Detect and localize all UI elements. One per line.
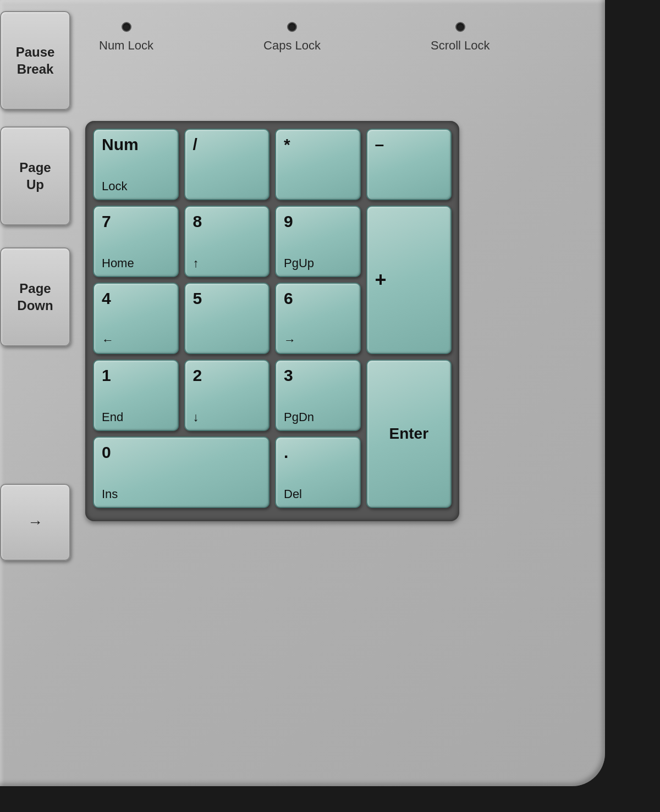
num8-primary: 8 [193, 213, 261, 230]
num-lock-led [122, 22, 131, 32]
minus-key[interactable]: – [366, 129, 452, 200]
num2-primary: 2 [193, 367, 261, 384]
num3-key[interactable]: 3 PgDn [275, 360, 361, 431]
decimal-secondary: Del [284, 488, 352, 500]
arrow-right-symbol: → [28, 512, 43, 532]
caps-lock-indicator: Caps Lock [263, 22, 321, 53]
multiply-key[interactable]: * [275, 129, 361, 200]
num5-primary: 5 [193, 290, 261, 307]
num9-secondary: PgUp [284, 257, 352, 269]
num8-key[interactable]: 8 ↑ [184, 206, 270, 277]
multiply-primary: * [284, 136, 352, 153]
num4-secondary: ← [102, 334, 170, 346]
num9-key[interactable]: 9 PgUp [275, 206, 361, 277]
num6-secondary: → [284, 334, 352, 346]
page-down-key[interactable]: PageDown [0, 247, 70, 346]
scroll-lock-led [455, 22, 465, 32]
numlock-primary: Num [102, 136, 170, 153]
num0-primary: 0 [102, 444, 261, 461]
num1-primary: 1 [102, 367, 170, 384]
numpad: Num Lock / * – 7 Home 8 [85, 121, 459, 521]
keyboard-body: Num Lock Caps Lock Scroll Lock PauseBrea… [0, 0, 605, 786]
arrow-right-key[interactable]: → [0, 484, 70, 561]
num1-key[interactable]: 1 End [93, 360, 179, 431]
numlock-key[interactable]: Num Lock [93, 129, 179, 200]
pause-break-key[interactable]: PauseBreak [0, 11, 70, 110]
numpad-rows23: 7 Home 8 ↑ 9 PgUp + 4 ← 5 [93, 206, 452, 354]
divide-primary: / [193, 136, 261, 153]
num7-key[interactable]: 7 Home [93, 206, 179, 277]
num4-key[interactable]: 4 ← [93, 283, 179, 354]
num9-primary: 9 [284, 213, 352, 230]
enter-key[interactable]: Enter [366, 360, 452, 508]
num-lock-indicator: Num Lock [99, 22, 153, 53]
caps-lock-label: Caps Lock [263, 38, 321, 53]
page-down-label: PageDown [17, 280, 53, 314]
scroll-lock-indicator: Scroll Lock [431, 22, 490, 53]
num0-secondary: Ins [102, 488, 261, 500]
page-up-label: PageUp [19, 159, 51, 193]
numlock-secondary: Lock [102, 180, 170, 192]
divide-key[interactable]: / [184, 129, 270, 200]
plus-primary: + [375, 268, 387, 291]
num3-primary: 3 [284, 367, 352, 384]
numpad-rows45: 1 End 2 ↓ 3 PgDn Enter 0 Ins . Del [93, 360, 452, 508]
minus-primary: – [375, 136, 443, 153]
num7-secondary: Home [102, 257, 170, 269]
plus-key[interactable]: + [366, 206, 452, 354]
num1-secondary: End [102, 411, 170, 423]
num2-key[interactable]: 2 ↓ [184, 360, 270, 431]
num6-key[interactable]: 6 → [275, 283, 361, 354]
num0-key[interactable]: 0 Ins [93, 437, 270, 508]
numpad-row1: Num Lock / * – [93, 129, 452, 200]
scroll-lock-label: Scroll Lock [431, 38, 490, 53]
enter-label: Enter [389, 425, 428, 443]
page-up-key[interactable]: PageUp [0, 126, 70, 225]
pause-break-label: PauseBreak [16, 43, 55, 78]
indicators-area: Num Lock Caps Lock Scroll Lock [99, 22, 490, 53]
num8-secondary: ↑ [193, 257, 261, 269]
num7-primary: 7 [102, 213, 170, 230]
num4-primary: 4 [102, 290, 170, 307]
num-lock-label: Num Lock [99, 38, 153, 53]
num6-primary: 6 [284, 290, 352, 307]
num5-key[interactable]: 5 [184, 283, 270, 354]
decimal-primary: . [284, 444, 352, 461]
num2-secondary: ↓ [193, 411, 261, 423]
caps-lock-led [287, 22, 297, 32]
decimal-key[interactable]: . Del [275, 437, 361, 508]
num3-secondary: PgDn [284, 411, 352, 423]
